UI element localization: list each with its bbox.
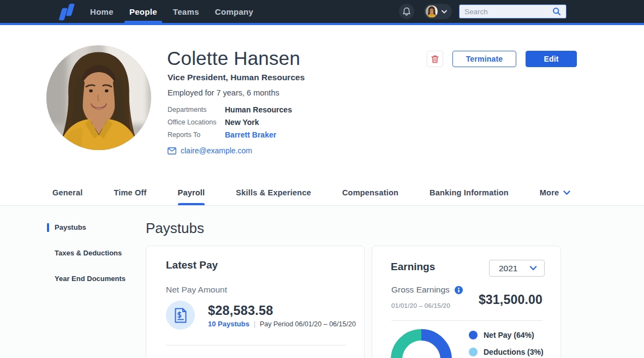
paystubs-count-link[interactable]: 10 Paystubs	[208, 320, 249, 328]
page-title: Paystubs	[146, 220, 204, 237]
year-select-value: 2021	[499, 264, 517, 273]
earnings-date-range: 01/01/20 – 06/15/20	[391, 302, 450, 309]
deductions-legend-label: Deductions (3%)	[484, 348, 544, 356]
tab-payroll[interactable]: Payroll	[178, 180, 205, 205]
latest-pay-divider	[166, 345, 347, 345]
paystub-icon-bubble	[166, 301, 195, 330]
envelope-icon	[168, 147, 176, 154]
tab-time-off[interactable]: Time Off	[114, 180, 146, 205]
pay-period-text: Pay Period 06/01/20 – 06/15/20	[260, 320, 356, 328]
namely-logo-icon[interactable]	[57, 2, 76, 22]
tab-general[interactable]: General	[52, 180, 82, 205]
employee-email-row: claire@example.com	[168, 146, 252, 155]
subnav-item-year-end-documents[interactable]: Year End Documents	[55, 275, 126, 283]
legend-item-net-pay: Net Pay (64%)	[469, 331, 534, 339]
meta-value-office-locations: New York	[225, 118, 292, 127]
chevron-down-icon	[442, 10, 447, 14]
meta-label-departments: Departments	[168, 106, 225, 114]
earnings-title: Earnings	[391, 261, 435, 273]
reports-to-link[interactable]: Barrett Braker	[225, 130, 292, 139]
active-subnav-indicator	[47, 223, 49, 232]
meta-value-departments: Human Resources	[225, 105, 292, 114]
chevron-down-icon	[563, 190, 570, 195]
trash-icon	[431, 55, 439, 63]
profile-photo	[46, 45, 151, 150]
employee-job-title: Vice President, Human Resources	[168, 73, 305, 82]
paystub-document-icon	[174, 308, 188, 323]
net-pay-dot	[469, 331, 478, 339]
net-pay-amount-label: Net Pay Amount	[166, 285, 227, 295]
tab-compensation[interactable]: Compensation	[342, 180, 398, 205]
meta-label-office-locations: Office Locations	[168, 118, 225, 126]
tab-skills-experience[interactable]: Skills & Experience	[236, 180, 311, 205]
edit-button[interactable]: Edit	[526, 51, 577, 67]
legend-item-deductions: Deductions (3%)	[469, 348, 544, 356]
net-pay-legend-label: Net Pay (64%)	[484, 331, 534, 339]
year-select[interactable]: 2021	[489, 260, 545, 277]
info-icon[interactable]	[455, 286, 463, 294]
profile-tabs: General Time Off Payroll Skills & Experi…	[0, 180, 644, 206]
notifications-button[interactable]	[399, 4, 414, 19]
search-icon[interactable]	[552, 7, 561, 16]
tab-more[interactable]: More	[540, 180, 570, 205]
employee-meta: Departments Human Resources Office Locat…	[168, 105, 292, 139]
employee-email-link[interactable]: claire@example.com	[181, 146, 252, 155]
earnings-donut-chart	[391, 329, 452, 358]
payroll-content: Paystubs Taxes & Deductions Year End Doc…	[0, 206, 644, 358]
nav-item-people[interactable]: People	[129, 0, 157, 23]
meta-label-reports-to: Reports To	[168, 131, 225, 139]
search-input[interactable]	[464, 8, 552, 16]
earnings-card: Earnings 2021 Gross Earnings 01/01/20 – …	[372, 246, 561, 358]
gross-earnings-label: Gross Earnings	[391, 285, 450, 295]
subnav-item-paystubs[interactable]: Paystubs	[55, 223, 86, 231]
top-navbar: Home People Teams Company	[0, 0, 644, 25]
navbar-right-cluster	[399, 0, 567, 23]
employee-name: Colette Hansen	[167, 47, 300, 69]
terminate-button[interactable]: Terminate	[452, 51, 516, 67]
employee-tenure: Employed for 7 years, 6 months	[168, 88, 279, 97]
chevron-down-icon	[529, 266, 537, 271]
nav-item-teams[interactable]: Teams	[173, 0, 199, 23]
earnings-divider	[391, 320, 542, 321]
nav-item-company[interactable]: Company	[215, 0, 253, 23]
account-menu[interactable]	[424, 4, 452, 19]
primary-nav: Home People Teams Company	[90, 0, 253, 23]
latest-pay-subrow: 10 Paystubs | Pay Period 06/01/20 – 06/1…	[208, 320, 356, 328]
gross-earnings-amount: $31,500.00	[479, 293, 542, 307]
subrow-separator: |	[254, 320, 255, 328]
user-avatar	[426, 5, 438, 17]
tab-more-label: More	[540, 188, 559, 197]
bell-icon	[402, 7, 411, 16]
tab-banking-information[interactable]: Banking Information	[430, 180, 509, 205]
global-search	[459, 4, 567, 19]
deductions-dot	[469, 348, 478, 356]
nav-item-home[interactable]: Home	[90, 0, 114, 23]
latest-pay-title: Latest Pay	[166, 259, 218, 271]
gross-earnings-row: Gross Earnings	[391, 285, 463, 295]
subnav-item-taxes-deductions[interactable]: Taxes & Deductions	[55, 249, 122, 257]
latest-pay-card: Latest Pay Net Pay Amount $28,583.58 10 …	[146, 246, 365, 358]
delete-button[interactable]	[427, 51, 443, 67]
net-pay-amount: $28,583.58	[208, 303, 273, 318]
